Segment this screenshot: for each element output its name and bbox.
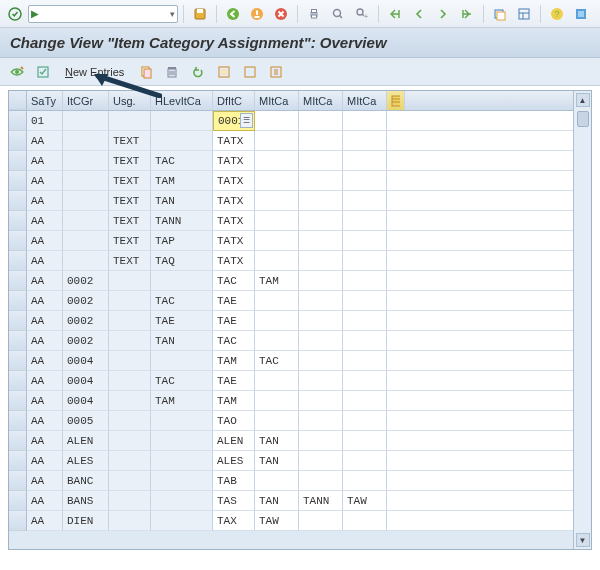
cell-saty[interactable]: AA bbox=[27, 131, 63, 151]
row-selector[interactable] bbox=[9, 451, 27, 471]
command-field[interactable]: ▶ ▾ bbox=[28, 5, 178, 23]
cell-itcgr[interactable]: 0004 bbox=[63, 351, 109, 371]
cell-m3[interactable] bbox=[343, 231, 387, 251]
cell-hlev[interactable]: TAM bbox=[151, 171, 213, 191]
cell-hlev[interactable] bbox=[151, 471, 213, 491]
scroll-down-button[interactable]: ▼ bbox=[576, 533, 590, 547]
cell-saty[interactable]: AA bbox=[27, 251, 63, 271]
cell-hlev[interactable]: TANN bbox=[151, 211, 213, 231]
cell-saty[interactable]: AA bbox=[27, 431, 63, 451]
cell-m3[interactable] bbox=[343, 111, 387, 131]
cell-hlev[interactable]: TAC bbox=[151, 151, 213, 171]
col-itcgr[interactable]: ItCGr bbox=[63, 91, 109, 110]
row-selector[interactable] bbox=[9, 111, 27, 131]
undo-button[interactable] bbox=[187, 62, 209, 82]
cell-dfitc[interactable]: TATX bbox=[213, 231, 255, 251]
cell-dfitc[interactable]: ALES bbox=[213, 451, 255, 471]
delete-button[interactable] bbox=[161, 62, 183, 82]
cell-m3[interactable] bbox=[343, 171, 387, 191]
vertical-scrollbar[interactable]: ▲ ▼ bbox=[573, 91, 591, 549]
row-selector[interactable] bbox=[9, 371, 27, 391]
cell-dfitc[interactable]: TAE bbox=[213, 371, 255, 391]
cell-usg[interactable] bbox=[109, 451, 151, 471]
select-block-button[interactable] bbox=[213, 62, 235, 82]
cell-m2[interactable] bbox=[299, 251, 343, 271]
cell-m1[interactable] bbox=[255, 371, 299, 391]
cell-m2[interactable] bbox=[299, 371, 343, 391]
cell-hlev[interactable] bbox=[151, 511, 213, 531]
cell-usg[interactable] bbox=[109, 351, 151, 371]
cell-itcgr[interactable]: 0002 bbox=[63, 291, 109, 311]
back-button[interactable] bbox=[222, 4, 244, 24]
copy-button[interactable] bbox=[135, 62, 157, 82]
cell-m2[interactable] bbox=[299, 151, 343, 171]
cell-m3[interactable] bbox=[343, 371, 387, 391]
cell-saty[interactable]: AA bbox=[27, 471, 63, 491]
cell-m3[interactable] bbox=[343, 451, 387, 471]
cell-itcgr[interactable]: 0002 bbox=[63, 311, 109, 331]
row-selector[interactable] bbox=[9, 411, 27, 431]
cell-usg[interactable] bbox=[109, 511, 151, 531]
cell-hlev[interactable]: TAN bbox=[151, 191, 213, 211]
row-selector[interactable] bbox=[9, 231, 27, 251]
row-selector[interactable] bbox=[9, 491, 27, 511]
col-usg[interactable]: Usg. bbox=[109, 91, 151, 110]
cell-m3[interactable] bbox=[343, 351, 387, 371]
row-selector[interactable] bbox=[9, 271, 27, 291]
cell-dfitc[interactable]: TATX bbox=[213, 151, 255, 171]
cell-hlev[interactable] bbox=[151, 411, 213, 431]
cell-usg[interactable] bbox=[109, 331, 151, 351]
cell-hlev[interactable]: TAN bbox=[151, 331, 213, 351]
cell-saty[interactable]: AA bbox=[27, 371, 63, 391]
find-button[interactable] bbox=[327, 4, 349, 24]
cell-dfitc[interactable]: ALEN bbox=[213, 431, 255, 451]
cell-usg[interactable]: TEXT bbox=[109, 151, 151, 171]
row-selector[interactable] bbox=[9, 331, 27, 351]
cell-dfitc[interactable]: TAC bbox=[213, 331, 255, 351]
cell-m1[interactable]: TAN bbox=[255, 451, 299, 471]
row-selector[interactable] bbox=[9, 151, 27, 171]
cell-saty[interactable]: AA bbox=[27, 331, 63, 351]
cell-hlev[interactable] bbox=[151, 271, 213, 291]
cell-m3[interactable] bbox=[343, 291, 387, 311]
scroll-thumb[interactable] bbox=[577, 111, 589, 127]
cell-m1[interactable] bbox=[255, 111, 299, 131]
cell-hlev[interactable] bbox=[151, 351, 213, 371]
cell-usg[interactable] bbox=[109, 311, 151, 331]
cell-m3[interactable] bbox=[343, 191, 387, 211]
cell-saty[interactable]: AA bbox=[27, 351, 63, 371]
cell-m3[interactable] bbox=[343, 511, 387, 531]
cell-m1[interactable]: TAW bbox=[255, 511, 299, 531]
cell-hlev[interactable] bbox=[151, 491, 213, 511]
cell-m2[interactable] bbox=[299, 411, 343, 431]
row-selector[interactable] bbox=[9, 351, 27, 371]
cell-hlev[interactable] bbox=[151, 451, 213, 471]
cell-saty[interactable]: AA bbox=[27, 191, 63, 211]
cell-m1[interactable] bbox=[255, 231, 299, 251]
cell-hlev[interactable]: TAM bbox=[151, 391, 213, 411]
cell-hlev[interactable] bbox=[151, 131, 213, 151]
row-selector[interactable] bbox=[9, 511, 27, 531]
cell-itcgr[interactable]: DIEN bbox=[63, 511, 109, 531]
cell-m3[interactable]: TAW bbox=[343, 491, 387, 511]
new-entries-button[interactable]: NNew Entriesew Entries bbox=[58, 63, 131, 81]
cell-usg[interactable] bbox=[109, 491, 151, 511]
first-page-button[interactable] bbox=[384, 4, 406, 24]
cell-m2[interactable] bbox=[299, 311, 343, 331]
row-selector[interactable] bbox=[9, 131, 27, 151]
cell-itcgr[interactable]: ALES bbox=[63, 451, 109, 471]
cell-dfitc[interactable]: TAE bbox=[213, 311, 255, 331]
cell-saty[interactable]: AA bbox=[27, 231, 63, 251]
cell-usg[interactable] bbox=[109, 391, 151, 411]
last-page-button[interactable] bbox=[456, 4, 478, 24]
col-hlevitca[interactable]: HLevItCa bbox=[151, 91, 213, 110]
cell-m3[interactable] bbox=[343, 331, 387, 351]
f4-help-button[interactable]: ☰ bbox=[240, 113, 253, 128]
cell-itcgr[interactable] bbox=[63, 151, 109, 171]
new-session-button[interactable] bbox=[489, 4, 511, 24]
cell-m2[interactable] bbox=[299, 351, 343, 371]
cell-m2[interactable] bbox=[299, 451, 343, 471]
cell-saty[interactable]: AA bbox=[27, 391, 63, 411]
cell-saty[interactable]: AA bbox=[27, 211, 63, 231]
cell-hlev[interactable]: TAC bbox=[151, 371, 213, 391]
